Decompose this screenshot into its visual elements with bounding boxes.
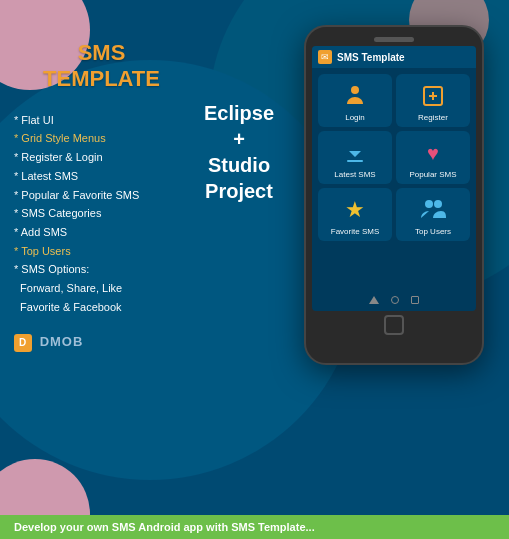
feature-favorite: Favorite & Facebook [14,298,189,317]
favorite-icon: ★ [341,196,369,224]
phone-app-icon-symbol: ✉ [321,52,329,62]
login-label: Login [345,113,365,122]
app-title-line1: SMS [78,40,126,65]
feature-sms-options: * SMS Options: [14,260,189,279]
content-area: SMS TEMPLATE * Flat UI * Grid Style Menu… [0,0,509,539]
favorite-label: Favorite SMS [331,227,379,236]
topusers-icon [419,196,447,224]
latest-icon [341,139,369,167]
feature-categories: * SMS Categories [14,204,189,223]
nav-recent[interactable] [411,296,419,304]
login-icon [341,82,369,110]
feature-latest: * Latest SMS [14,167,189,186]
svg-rect-0 [351,86,359,94]
dmob-label: D DMOB [14,334,189,352]
latest-label: Latest SMS [334,170,375,179]
nav-back[interactable] [369,296,379,304]
feature-add: * Add SMS [14,223,189,242]
nav-home[interactable] [391,296,399,304]
grid-item-favorite[interactable]: ★ Favorite SMS [318,188,392,241]
svg-rect-4 [347,160,363,162]
feature-register: * Register & Login [14,148,189,167]
feature-forward: Forward, Share, Like [14,279,189,298]
home-button[interactable] [384,315,404,335]
phone-grid-menu: Login Register [312,68,476,247]
left-panel: SMS TEMPLATE * Flat UI * Grid Style Menu… [14,20,189,352]
phone-header-title: SMS Template [337,52,405,63]
app-title: SMS TEMPLATE [14,40,189,93]
grid-item-register[interactable]: Register [396,74,470,127]
grid-item-latest[interactable]: Latest SMS [318,131,392,184]
feature-flat-ui: * Flat UI [14,111,189,130]
grid-item-topusers[interactable]: Top Users [396,188,470,241]
eclipse-label: Eclipse+Studio Project [189,100,289,204]
center-panel: Eclipse+Studio Project [189,20,289,214]
right-panel: ✉ SMS Template [289,20,499,365]
svg-point-6 [434,200,442,208]
phone-header: ✉ SMS Template [312,46,476,68]
page-container: SMS TEMPLATE * Flat UI * Grid Style Menu… [0,0,509,539]
phone-app-icon: ✉ [318,50,332,64]
register-icon [419,82,447,110]
phone-screen: ✉ SMS Template [312,46,476,311]
popular-icon: ♥ [419,139,447,167]
popular-label: Popular SMS [409,170,456,179]
grid-item-login[interactable]: Login [318,74,392,127]
dmob-text: DMOB [40,335,84,350]
feature-popular: * Popular & Favorite SMS [14,186,189,205]
bottom-banner: Develop your own SMS Android app with SM… [0,515,509,539]
feature-top-users: * Top Users [14,242,189,261]
app-title-line2: TEMPLATE [43,66,160,91]
features-list: * Flat UI * Grid Style Menus * Register … [14,111,189,317]
svg-point-5 [425,200,433,208]
phone-speaker [374,37,414,42]
topusers-label: Top Users [415,227,451,236]
grid-item-popular[interactable]: ♥ Popular SMS [396,131,470,184]
dmob-icon: D [14,334,32,352]
register-label: Register [418,113,448,122]
phone-bottom [312,315,476,335]
phone-navbar [312,293,476,307]
phone-mockup: ✉ SMS Template [304,25,484,365]
feature-grid-style: * Grid Style Menus [14,129,189,148]
banner-text: Develop your own SMS Android app with SM… [14,521,315,533]
